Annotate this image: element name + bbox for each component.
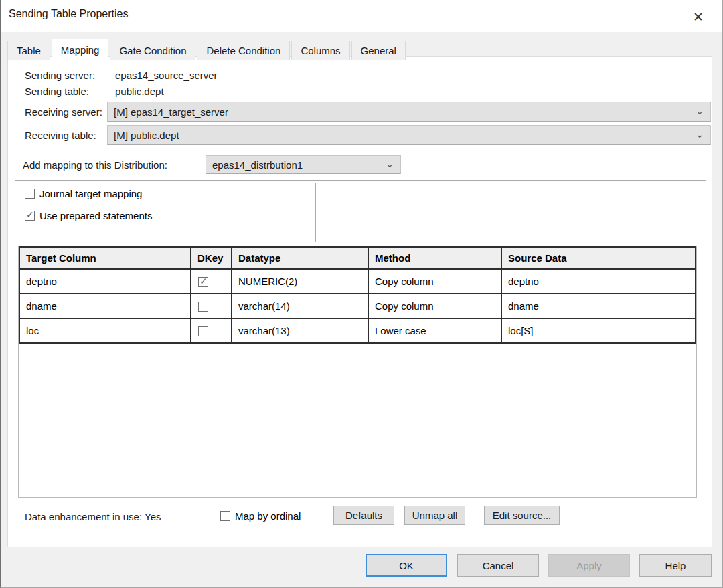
receiving-server-label: Receiving server:: [25, 106, 102, 118]
table-row[interactable]: dname ✓ varchar(14) Copy column dname: [19, 294, 696, 318]
distribution-selected: epas14_distrbution1: [212, 159, 303, 171]
tab-columns[interactable]: Columns: [291, 41, 349, 60]
cell-source-data[interactable]: loc[S]: [501, 318, 696, 343]
chevron-down-icon: ⌄: [696, 106, 704, 116]
grid-header-row: Target Column DKey Datatype Method Sourc…: [19, 247, 696, 269]
unmap-all-button[interactable]: Unmap all: [404, 506, 465, 525]
tab-strip: Table Mapping Gate Condition Delete Cond…: [7, 38, 407, 60]
cell-dkey[interactable]: ✓: [191, 269, 232, 294]
chevron-down-icon: ⌄: [696, 130, 704, 139]
cell-target-column[interactable]: loc: [19, 318, 191, 343]
use-prepared-statements-option[interactable]: ✓ Use prepared statements: [25, 210, 152, 221]
tab-mapping[interactable]: Mapping: [52, 39, 109, 61]
data-enhancement-status: Data enhancement in use: Yes: [25, 511, 161, 522]
col-header-source-data[interactable]: Source Data: [501, 247, 696, 269]
receiving-server-select[interactable]: [M] epas14_target_server ⌄: [107, 102, 711, 122]
journal-target-mapping-label: Journal target mapping: [39, 188, 142, 199]
receiving-table-selected: [M] public.dept: [114, 130, 179, 141]
sending-table-value: public.dept: [115, 86, 164, 97]
check-icon: ✓: [199, 276, 208, 286]
help-button[interactable]: Help: [639, 554, 712, 577]
col-header-datatype[interactable]: Datatype: [232, 247, 368, 269]
sending-table-properties-dialog: Sending Table Properties ✕ Table Mapping…: [0, 0, 723, 588]
cell-source-data[interactable]: deptno: [501, 269, 696, 294]
mapping-grid: Target Column DKey Datatype Method Sourc…: [19, 246, 696, 344]
chevron-down-icon: ⌄: [386, 159, 394, 169]
table-row[interactable]: loc ✓ varchar(13) Lower case loc[S]: [19, 318, 696, 343]
cell-method[interactable]: Copy column: [368, 269, 501, 294]
use-prepared-statements-label: Use prepared statements: [39, 210, 152, 221]
cell-datatype[interactable]: NUMERIC(2): [232, 269, 368, 294]
cancel-button[interactable]: Cancel: [457, 554, 539, 577]
cell-target-column[interactable]: dname: [19, 294, 191, 318]
cell-source-data[interactable]: dname: [501, 294, 696, 318]
dkey-checkbox[interactable]: ✓: [198, 277, 208, 287]
dkey-checkbox[interactable]: ✓: [198, 326, 208, 336]
sending-table-label: Sending table:: [25, 86, 89, 97]
cell-datatype[interactable]: varchar(14): [232, 294, 368, 318]
distribution-select[interactable]: epas14_distrbution1 ⌄: [206, 155, 401, 174]
distribution-label: Add mapping to this Distribution:: [23, 159, 167, 171]
tab-gate-condition[interactable]: Gate Condition: [110, 41, 195, 60]
tab-general[interactable]: General: [351, 41, 406, 60]
sending-server-value: epas14_source_server: [115, 70, 218, 81]
tab-table[interactable]: Table: [7, 41, 50, 60]
receiving-server-selected: [M] epas14_target_server: [114, 106, 228, 118]
ok-button[interactable]: OK: [366, 554, 447, 577]
defaults-button[interactable]: Defaults: [333, 506, 394, 525]
vertical-separator: [315, 183, 316, 242]
journal-target-mapping-option[interactable]: ✓ Journal target mapping: [25, 188, 142, 199]
receiving-table-select[interactable]: [M] public.dept ⌄: [107, 125, 711, 145]
receiving-table-label: Receiving table:: [25, 130, 96, 141]
dkey-checkbox[interactable]: ✓: [198, 302, 208, 312]
map-by-ordinal-option[interactable]: ✓ Map by ordinal: [220, 510, 301, 522]
mapping-grid-panel: Target Column DKey Datatype Method Sourc…: [18, 246, 697, 498]
col-header-target-column[interactable]: Target Column: [19, 247, 191, 269]
cell-method[interactable]: Copy column: [368, 294, 501, 318]
check-icon: ✓: [26, 209, 34, 220]
apply-button[interactable]: Apply: [548, 554, 630, 577]
tab-delete-condition[interactable]: Delete Condition: [197, 41, 290, 60]
cell-dkey[interactable]: ✓: [191, 318, 232, 343]
map-by-ordinal-checkbox[interactable]: ✓: [220, 511, 230, 521]
window-title: Sending Table Properties: [9, 8, 129, 20]
col-header-method[interactable]: Method: [368, 247, 501, 269]
journal-target-mapping-checkbox[interactable]: ✓: [25, 189, 35, 199]
close-icon[interactable]: ✕: [686, 5, 710, 28]
cell-datatype[interactable]: varchar(13): [232, 318, 368, 343]
titlebar: Sending Table Properties ✕: [1, 0, 722, 32]
cell-method[interactable]: Lower case: [368, 318, 501, 343]
col-header-dkey[interactable]: DKey: [191, 247, 232, 269]
edit-source-button[interactable]: Edit source...: [484, 506, 560, 525]
table-row[interactable]: deptno ✓ NUMERIC(2) Copy column deptno: [19, 269, 696, 294]
cell-target-column[interactable]: deptno: [19, 269, 191, 294]
sending-server-label: Sending server:: [25, 70, 95, 81]
horizontal-separator: [15, 180, 706, 181]
map-by-ordinal-label: Map by ordinal: [235, 510, 301, 522]
cell-dkey[interactable]: ✓: [191, 294, 232, 318]
use-prepared-statements-checkbox[interactable]: ✓: [25, 211, 35, 221]
mapping-tab-page: Sending server: epas14_source_server Sen…: [7, 56, 712, 547]
